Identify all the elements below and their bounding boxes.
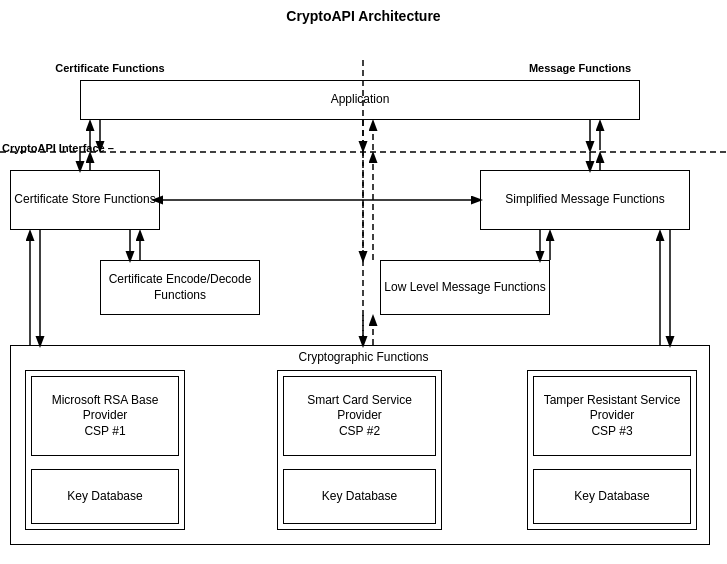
tamper-box: Tamper Resistant Service Provider CSP #3… [527, 370, 697, 530]
rsa-base-label: Microsoft RSA Base Provider CSP #1 [32, 393, 178, 440]
cert-store-box: Certificate Store Functions [10, 170, 160, 230]
cert-encode-box: Certificate Encode/Decode Functions [100, 260, 260, 315]
key-db1-label: Key Database [67, 489, 142, 505]
smart-card-label: Smart Card Service Provider CSP #2 [284, 393, 435, 440]
main-title: CryptoAPI Architecture [0, 8, 727, 24]
smart-card-box: Smart Card Service Provider CSP #2 Key D… [277, 370, 442, 530]
application-box: Application [80, 80, 640, 120]
cert-functions-label: Certificate Functions [30, 62, 190, 74]
cryptoapi-interface-label: CryptoAPI Interface – [2, 142, 162, 154]
low-level-message-box: Low Level Message Functions [380, 260, 550, 315]
key-db2-label: Key Database [322, 489, 397, 505]
rsa-base-box: Microsoft RSA Base Provider CSP #1 Key D… [25, 370, 185, 530]
tamper-label: Tamper Resistant Service Provider CSP #3 [534, 393, 690, 440]
simplified-message-box: Simplified Message Functions [480, 170, 690, 230]
cryptographic-functions-label: Cryptographic Functions [0, 350, 727, 364]
diagram: CryptoAPI Architecture Certificate Funct… [0, 0, 727, 564]
key-db3-label: Key Database [574, 489, 649, 505]
message-functions-label: Message Functions [490, 62, 670, 74]
